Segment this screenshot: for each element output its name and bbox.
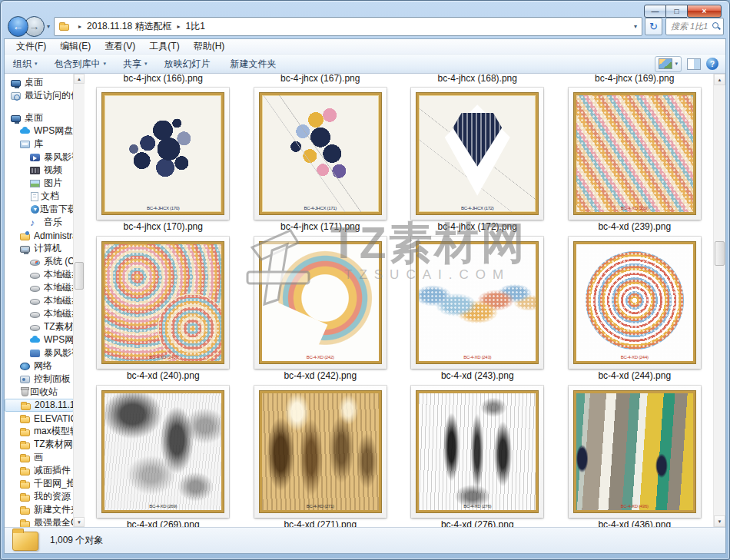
artwork-frame: BC-4-XD (242) <box>260 242 381 363</box>
scroll-up-icon[interactable]: ▲ <box>714 74 725 85</box>
refresh-button[interactable]: ↻ <box>645 18 662 35</box>
sidebar-item[interactable]: 控制面板 <box>5 373 74 386</box>
file-tile[interactable]: BC-4-XD (240) bc-4-xd (240).png <box>85 237 242 381</box>
sidebar-item[interactable]: 桌面 <box>5 76 74 89</box>
sidebar-item-icon <box>30 217 40 227</box>
address-bar[interactable]: ▸ 2018.11.18 精选配框 ▸ 1比1 ▾ <box>54 17 642 36</box>
sidebar-item[interactable]: 2018.11.18 精选配框 <box>5 399 74 412</box>
sidebar-scrollbar[interactable]: ▲ ▼ <box>73 74 85 527</box>
sidebar-item[interactable]: TZ素材网演示 <box>5 438 74 451</box>
sidebar-item[interactable]: 桌面 <box>5 111 74 124</box>
change-view-button[interactable]: ▾ <box>655 56 682 72</box>
toolbar-button[interactable]: 放映幻灯片 <box>156 58 222 71</box>
sidebar-item[interactable]: 本地磁盘 (G:) <box>5 307 74 320</box>
toolbar-button-label: 组织 <box>13 58 32 71</box>
sidebar-item[interactable]: Administrator <box>5 229 74 242</box>
toolbar-button[interactable]: 共享▾ <box>114 58 156 71</box>
sidebar-item[interactable]: ELEVATION <box>5 412 74 425</box>
menu-item[interactable]: 帮助(H) <box>187 40 232 53</box>
sidebar-item[interactable]: 本地磁盘 (D:) <box>5 268 74 281</box>
file-tile[interactable]: BC-4-XD (436) bc-4-xd (436).png <box>556 386 714 527</box>
file-name[interactable]: bc-4-jhcx (168).png <box>399 74 556 84</box>
menu-item[interactable]: 文件(F) <box>9 40 53 53</box>
sidebar-item[interactable]: 迅雷下载 <box>5 203 74 216</box>
sidebar-item-icon <box>30 273 40 279</box>
sidebar-item-label: WPS网盘 <box>34 124 74 138</box>
sidebar-item[interactable]: 视频 <box>5 164 74 177</box>
address-dropdown-icon[interactable]: ▾ <box>629 23 637 30</box>
sidebar-item[interactable]: 计算机 <box>5 242 74 255</box>
sidebar-item[interactable]: 千图网_抢红包 <box>5 477 74 490</box>
sidebar-item[interactable]: 画 <box>5 451 74 464</box>
file-tile[interactable]: BC-4-XD (239) bc-4-xd (239).png <box>556 88 714 232</box>
sidebar-item-label: 画 <box>34 451 74 464</box>
sidebar-item[interactable]: 暴风影视库 <box>5 151 74 164</box>
sidebar-item-label: 暴风影视库 <box>44 346 74 360</box>
breadcrumb-segment-parent[interactable]: 2018.11.18 精选配框 <box>87 20 172 33</box>
content-scrollbar[interactable]: ▲ ▼ <box>713 74 725 527</box>
scroll-down-icon[interactable]: ▼ <box>714 515 725 527</box>
toolbar-button[interactable]: 组织▾ <box>5 58 46 71</box>
sidebar-item[interactable]: 网络 <box>5 360 74 373</box>
sidebar-item[interactable]: 图片 <box>5 177 74 190</box>
thumbnail-grid: BC-4-JHCX (170) bc-4-jhcx (170).png BC-4… <box>85 88 713 527</box>
toolbar-button[interactable]: 新建文件夹 <box>222 58 288 71</box>
sidebar-item[interactable]: 减面插件 <box>5 464 74 477</box>
sidebar-item-icon <box>30 325 40 331</box>
file-tile[interactable]: BC-4-XD (244) bc-4-xd (244).png <box>556 237 714 381</box>
toolbar-button[interactable]: 包含到库中▾ <box>46 58 115 71</box>
scroll-down-icon[interactable]: ▼ <box>74 517 85 527</box>
artwork-image <box>105 95 221 212</box>
sidebar-item[interactable]: WPS网盘 <box>5 333 74 346</box>
sidebar-item[interactable]: max模型转SU <box>5 425 74 438</box>
toolbar-button-label: 包含到库中 <box>55 58 101 71</box>
help-button[interactable]: ? <box>706 58 718 70</box>
search-input[interactable] <box>669 21 712 31</box>
sidebar-item[interactable]: TZ素材网 (H:) <box>5 320 74 333</box>
sidebar-item[interactable]: 暴风影视库 <box>5 346 74 360</box>
content-scrollbar-thumb[interactable] <box>715 241 725 266</box>
sidebar-item[interactable]: 最近访问的位置 <box>5 89 74 102</box>
sidebar-scrollbar-thumb[interactable] <box>75 262 84 290</box>
file-tile[interactable]: BC-4-XD (243) bc-4-xd (243).png <box>399 237 556 381</box>
menu-item[interactable]: 查看(V) <box>98 40 142 53</box>
sidebar-item[interactable]: 系统 (C:) <box>5 255 74 268</box>
file-name: bc-4-xd (269).png <box>127 520 200 527</box>
maximize-button[interactable]: □ <box>666 5 687 18</box>
sidebar-item[interactable]: 库 <box>5 138 74 151</box>
sidebar-item[interactable]: 文档 <box>5 190 74 203</box>
file-tile[interactable]: BC-4-XD (269) bc-4-xd (269).png <box>85 386 242 527</box>
file-tile[interactable]: BC-4-XD (276) bc-4-xd (276).png <box>399 386 556 527</box>
breadcrumb-separator-icon: ▸ <box>78 23 81 30</box>
close-button[interactable]: × <box>687 5 722 18</box>
scroll-up-icon[interactable]: ▲ <box>74 74 85 84</box>
back-button[interactable]: ← <box>8 16 28 37</box>
file-tile[interactable]: BC-4-JHCX (170) bc-4-jhcx (170).png <box>85 88 242 232</box>
sidebar-item[interactable]: WPS网盘 <box>5 124 74 138</box>
artwork-frame: BC-4-XD (269) <box>102 391 224 512</box>
sidebar-item[interactable]: 音乐 <box>5 216 74 229</box>
sidebar-item-label: ELEVATION <box>34 413 74 424</box>
sidebar-item[interactable]: 本地磁盘 (F:) <box>5 294 74 307</box>
file-tile[interactable]: BC-4-JHCX (171) bc-4-jhcx (171).png <box>242 88 400 232</box>
artwork-caption: BC-4-JHCX (171) <box>262 206 379 210</box>
file-tile[interactable]: BC-4-XD (271) bc-4-xd (271).png <box>242 386 400 527</box>
sidebar-item-label: 新建文件夹 <box>34 503 74 516</box>
sidebar-item[interactable]: 我的资源 <box>5 490 74 503</box>
sidebar-item[interactable]: 新建文件夹 <box>5 503 74 516</box>
menu-item[interactable]: 工具(T) <box>142 40 186 53</box>
search-box[interactable] <box>665 18 724 35</box>
menu-item[interactable]: 编辑(E) <box>53 40 98 53</box>
file-name[interactable]: bc-4-jhcx (166).png <box>85 74 242 84</box>
file-tile[interactable]: BC-4-JHCX (172) bc-4-jhcx (172).png <box>399 88 556 232</box>
history-dropdown-icon[interactable]: ▾ <box>47 23 50 30</box>
sidebar-item[interactable]: 本地磁盘 (E:) <box>5 281 74 294</box>
breadcrumb-segment-current[interactable]: 1比1 <box>186 20 205 33</box>
file-name[interactable]: bc-4-jhcx (167).png <box>242 74 400 84</box>
sidebar-item[interactable]: 最强最全CAD <box>5 516 74 527</box>
file-name[interactable]: bc-4-jhcx (169).png <box>556 74 714 84</box>
minimize-button[interactable]: — <box>644 5 666 18</box>
file-tile[interactable]: BC-4-XD (242) bc-4-xd (242).png <box>242 237 400 381</box>
sidebar-item[interactable]: 回收站 <box>5 386 74 399</box>
preview-pane-button[interactable] <box>687 58 701 70</box>
